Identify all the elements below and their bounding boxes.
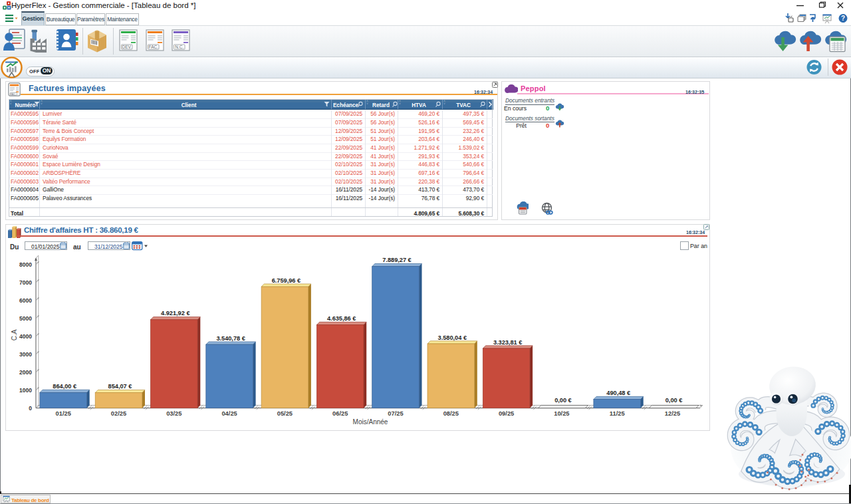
svg-text:6000: 6000 <box>19 297 32 304</box>
svg-text:02/25: 02/25 <box>111 410 126 417</box>
svg-text:11/25: 11/25 <box>610 410 625 417</box>
svg-text:Mois/Année: Mois/Année <box>353 418 388 426</box>
svg-text:09/25: 09/25 <box>499 410 514 417</box>
svg-text:07/25: 07/25 <box>388 410 403 417</box>
svg-text:7000: 7000 <box>19 279 32 286</box>
svg-text:2000: 2000 <box>19 369 32 376</box>
svg-text:01/25: 01/25 <box>56 410 71 417</box>
svg-text:4000: 4000 <box>19 333 32 340</box>
svg-text:8000: 8000 <box>19 261 32 268</box>
svg-text:854,07 €: 854,07 € <box>108 383 132 390</box>
svg-text:N.C.: N.C. <box>175 45 183 49</box>
svg-text:4.635,86 €: 4.635,86 € <box>327 315 356 322</box>
svg-text:864,00 €: 864,00 € <box>53 383 76 390</box>
svg-text:FAC.: FAC. <box>148 45 158 49</box>
svg-text:3.323,81 €: 3.323,81 € <box>493 339 522 346</box>
svg-text:3000: 3000 <box>19 351 32 358</box>
svg-text:7.889,27 €: 7.889,27 € <box>382 257 411 263</box>
svg-text:0,00 €: 0,00 € <box>666 397 683 404</box>
svg-text:10/25: 10/25 <box>554 410 569 417</box>
svg-text:490,48 €: 490,48 € <box>606 390 630 396</box>
svg-text:DEV.: DEV. <box>122 45 132 49</box>
svg-text:FAC.: FAC. <box>11 93 16 96</box>
svg-text:6.759,96 €: 6.759,96 € <box>272 277 301 284</box>
svg-text:0,00 €: 0,00 € <box>554 397 572 404</box>
svg-text:12/25: 12/25 <box>665 410 680 417</box>
svg-text:3.580,04 €: 3.580,04 € <box>438 334 467 341</box>
svg-text:C.A: C.A <box>11 329 18 340</box>
svg-text:04/25: 04/25 <box>221 410 237 417</box>
svg-text:5000: 5000 <box>19 315 32 322</box>
svg-text:4.921,92 €: 4.921,92 € <box>161 310 189 316</box>
svg-text:3.540,78 €: 3.540,78 € <box>216 335 245 342</box>
svg-text:05/25: 05/25 <box>277 410 293 417</box>
svg-text:06/25: 06/25 <box>332 410 348 417</box>
svg-text:03/25: 03/25 <box>166 410 182 417</box>
svg-text:08/25: 08/25 <box>443 410 459 417</box>
svg-text:?: ? <box>841 15 845 22</box>
svg-text:1000: 1000 <box>19 387 32 394</box>
svg-text:0: 0 <box>29 405 32 412</box>
